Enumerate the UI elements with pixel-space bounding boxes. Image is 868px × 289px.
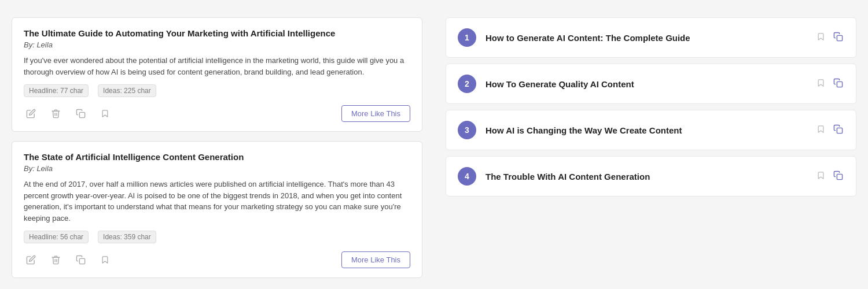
related-number-4: 4 — [458, 167, 476, 186]
svg-rect-0 — [79, 112, 84, 117]
action-icons-1 — [24, 106, 112, 121]
related-item-3: 3 How AI is Changing the Way We Create C… — [446, 110, 856, 150]
bookmark-button-1[interactable] — [98, 106, 112, 121]
related-bookmark-button-1[interactable] — [815, 31, 826, 45]
article-actions-1: More Like This — [24, 105, 410, 122]
article-meta-2: Headline: 56 char Ideas: 359 char — [24, 231, 410, 243]
edit-button-2[interactable] — [24, 253, 38, 267]
related-item-4: 4 The Trouble With AI Content Generation — [446, 156, 856, 197]
article-author-2: By: Leila — [24, 164, 410, 173]
related-title-4: The Trouble With AI Content Generation — [486, 172, 806, 181]
more-like-this-button-2[interactable]: More Like This — [341, 251, 410, 268]
delete-button-1[interactable] — [49, 106, 63, 121]
related-title-2: How To Generate Quality AI Content — [486, 79, 806, 89]
related-actions-3 — [815, 123, 844, 138]
duplicate-button-1[interactable] — [73, 106, 88, 121]
related-actions-1 — [815, 31, 844, 45]
related-copy-button-4[interactable] — [832, 169, 844, 184]
ideas-meta-2: Ideas: 359 char — [98, 231, 156, 243]
related-bookmark-button-3[interactable] — [815, 123, 826, 138]
related-actions-2 — [815, 77, 844, 91]
related-number-3: 3 — [458, 121, 476, 139]
related-title-3: How AI is Changing the Way We Create Con… — [486, 125, 806, 135]
related-item-2: 2 How To Generate Quality AI Content — [446, 64, 856, 104]
article-title-1: The Ultimate Guide to Automating Your Ma… — [24, 28, 410, 38]
related-number-1: 1 — [458, 28, 476, 47]
related-copy-button-1[interactable] — [832, 31, 844, 45]
bookmark-button-2[interactable] — [98, 253, 112, 267]
svg-rect-5 — [837, 174, 842, 179]
duplicate-button-2[interactable] — [73, 253, 88, 267]
ideas-meta-1: Ideas: 225 char — [98, 84, 156, 97]
article-excerpt-2: At the end of 2017, over half a million … — [24, 179, 410, 224]
svg-rect-4 — [837, 128, 842, 133]
article-excerpt-1: If you've ever wondered about the potent… — [24, 55, 410, 77]
related-bookmark-button-2[interactable] — [815, 77, 826, 91]
related-title-1: How to Generate AI Content: The Complete… — [486, 33, 806, 43]
article-card-2: The State of Artificial Intelligence Con… — [12, 141, 422, 278]
article-author-1: By: Leila — [24, 40, 410, 49]
right-panel: 1 How to Generate AI Content: The Comple… — [434, 0, 868, 289]
related-bookmark-button-4[interactable] — [815, 169, 826, 184]
article-title-2: The State of Artificial Intelligence Con… — [24, 152, 410, 162]
svg-rect-3 — [837, 81, 842, 87]
more-like-this-button-1[interactable]: More Like This — [341, 105, 410, 122]
article-card-1: The Ultimate Guide to Automating Your Ma… — [12, 17, 422, 132]
edit-button-1[interactable] — [24, 106, 38, 121]
headline-meta-2: Headline: 56 char — [24, 231, 89, 243]
related-actions-4 — [815, 169, 844, 184]
article-meta-1: Headline: 77 char Ideas: 225 char — [24, 84, 410, 97]
svg-rect-1 — [79, 258, 84, 264]
related-copy-button-2[interactable] — [832, 77, 844, 91]
delete-button-2[interactable] — [49, 253, 63, 267]
related-copy-button-3[interactable] — [832, 123, 844, 138]
left-panel: The Ultimate Guide to Automating Your Ma… — [0, 0, 434, 289]
svg-rect-2 — [837, 35, 842, 40]
action-icons-2 — [24, 253, 112, 267]
headline-meta-1: Headline: 77 char — [24, 84, 89, 97]
article-actions-2: More Like This — [24, 251, 410, 268]
related-item-1: 1 How to Generate AI Content: The Comple… — [446, 17, 856, 58]
related-number-2: 2 — [458, 75, 476, 93]
